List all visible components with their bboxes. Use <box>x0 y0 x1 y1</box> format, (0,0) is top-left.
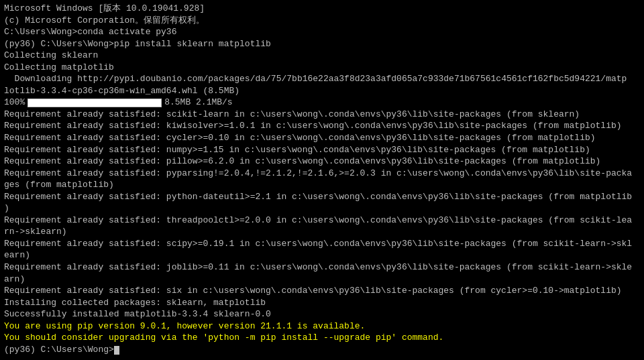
line-req-threadpoolctl: Requirement already satisfied: threadpoo… <box>4 215 640 238</box>
line-windows-version: Microsoft Windows [版本 10.0.19041.928] <box>4 3 640 15</box>
line-req-kiwisolver: Requirement already satisfied: kiwisolve… <box>4 120 640 132</box>
line-req-scikit-learn: Requirement already satisfied: scikit-le… <box>4 109 640 121</box>
line-installing-collected: Installing collected packages: sklearn, … <box>4 297 640 309</box>
line-req-six: Requirement already satisfied: six in c:… <box>4 285 640 297</box>
line-req-python-dateutil: Requirement already satisfied: python-da… <box>4 191 640 215</box>
cursor-blink <box>114 346 119 355</box>
line-req-numpy: Requirement already satisfied: numpy>=1.… <box>4 144 640 156</box>
progress-percent-label: 100% <box>4 97 25 109</box>
line-collecting-sklearn: Collecting sklearn <box>4 50 640 62</box>
progress-bar-fill <box>28 99 161 107</box>
terminal-window: Microsoft Windows [版本 10.0.19041.928] (c… <box>0 0 644 360</box>
line-progress: 100% 8.5MB 2.1MB/s <box>4 97 640 109</box>
line-microsoft-corp: (c) Microsoft Corporation。保留所有权利。 <box>4 15 640 27</box>
line-req-pillow: Requirement already satisfied: pillow>=6… <box>4 156 640 168</box>
line-prompt-final: (py36) C:\Users\Wong> <box>4 344 640 356</box>
line-pip-warning-2: You should consider upgrading via the 'p… <box>4 332 640 344</box>
line-req-joblib: Requirement already satisfied: joblib>=0… <box>4 261 640 285</box>
line-pip-install: (py36) C:\Users\Wong>pip install sklearn… <box>4 38 640 50</box>
line-successfully-installed: Successfully installed matplotlib-3.3.4 … <box>4 308 640 320</box>
line-req-pyparsing: Requirement already satisfied: pyparsing… <box>4 168 640 191</box>
line-downloading: Downloading http://pypi.doubanio.com/pac… <box>4 73 640 97</box>
line-req-scipy: Requirement already satisfied: scipy>=0.… <box>4 238 640 261</box>
progress-bar-container <box>28 99 162 107</box>
progress-stats: 8.5MB 2.1MB/s <box>164 97 232 109</box>
line-req-cycler: Requirement already satisfied: cycler>=0… <box>4 132 640 144</box>
line-collecting-matplotlib: Collecting matplotlib <box>4 62 640 74</box>
line-pip-warning-1: You are using pip version 9.0.1, however… <box>4 320 640 333</box>
line-conda-activate: C:\Users\Wong>conda activate py36 <box>4 26 640 38</box>
